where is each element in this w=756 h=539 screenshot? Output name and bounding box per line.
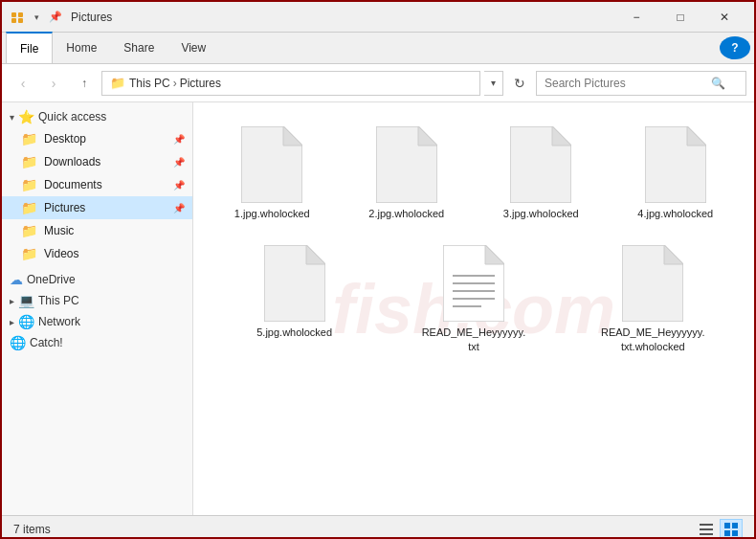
pictures-folder-icon: 📁: [21, 200, 38, 215]
qat-icon-1[interactable]: [10, 10, 25, 25]
svg-marker-22: [664, 245, 683, 264]
svg-rect-27: [732, 523, 738, 528]
catch-header[interactable]: 🌐 Catch!: [2, 332, 192, 353]
quick-access-icon: ⭐: [18, 109, 34, 124]
sidebar-label-pictures: Pictures: [44, 201, 85, 214]
up-button[interactable]: ↑: [71, 70, 98, 97]
file-icon-3: [506, 126, 575, 203]
svg-marker-13: [306, 245, 325, 264]
view-controls: [695, 519, 743, 540]
minimize-button[interactable]: −: [614, 2, 658, 33]
file-item-3[interactable]: 3.jpg.wholocked: [478, 118, 605, 229]
pin-icon-desktop: 📌: [173, 134, 185, 145]
ribbon: File Home Share View ?: [2, 33, 754, 64]
path-dropdown-button[interactable]: ▾: [484, 71, 503, 96]
search-icon: 🔍: [711, 77, 725, 90]
refresh-button[interactable]: ↻: [507, 71, 532, 96]
forward-button[interactable]: ›: [40, 70, 67, 97]
svg-rect-0: [11, 12, 16, 17]
file-item-7[interactable]: READ_ME_Heyyyyyy.txt.wholocked: [567, 236, 739, 362]
address-bar: ‹ › ↑ 📁 This PC › Pictures ▾ ↻ 🔍: [2, 64, 754, 102]
sidebar-item-videos[interactable]: 📁 Videos: [2, 242, 192, 265]
onedrive-label: OneDrive: [27, 273, 76, 286]
sidebar-label-music: Music: [44, 224, 74, 237]
sidebar-item-pictures[interactable]: 📁 Pictures 📌: [2, 196, 192, 219]
file-name-7: READ_ME_Heyyyyyy.txt.wholocked: [600, 326, 705, 353]
sidebar-item-documents[interactable]: 📁 Documents 📌: [2, 173, 192, 196]
path-pictures[interactable]: Pictures: [180, 77, 221, 90]
sidebar-item-downloads[interactable]: 📁 Downloads 📌: [2, 150, 192, 173]
sidebar-label-documents: Documents: [44, 178, 102, 191]
main-layout: ▾ ⭐ Quick access 📁 Desktop 📌 📁 Downloads…: [2, 102, 754, 515]
tab-home[interactable]: Home: [53, 33, 110, 63]
catch-icon: 🌐: [10, 335, 26, 350]
close-button[interactable]: ✕: [702, 2, 746, 33]
file-icon-4: [641, 126, 710, 203]
file-icon-2: [372, 126, 441, 203]
file-name-5: 5.jpg.wholocked: [256, 326, 332, 339]
file-name-1: 1.jpg.wholocked: [234, 207, 310, 220]
pin-icon-downloads: 📌: [173, 157, 185, 168]
list-view-button[interactable]: [695, 519, 718, 540]
catch-label: Catch!: [30, 336, 63, 349]
back-button[interactable]: ‹: [10, 70, 36, 97]
svg-rect-26: [724, 523, 730, 528]
path-thispc[interactable]: This PC: [129, 77, 170, 90]
svg-marker-5: [283, 126, 302, 146]
svg-marker-7: [418, 126, 437, 146]
sidebar-label-desktop: Desktop: [44, 132, 86, 146]
svg-marker-9: [552, 126, 571, 146]
tab-share[interactable]: Share: [110, 33, 167, 63]
tiles-view-button[interactable]: [720, 519, 743, 540]
svg-rect-23: [700, 524, 713, 526]
thispc-chevron-icon: ▸: [10, 296, 14, 306]
file-item-1[interactable]: 1.jpg.wholocked: [209, 118, 336, 229]
file-icon-5: [260, 245, 329, 322]
file-item-2[interactable]: 2.jpg.wholocked: [344, 118, 471, 229]
files-grid-row2: 5.jpg.wholocked READ_ME_Heyyyyyy.txt: [209, 236, 739, 362]
help-button[interactable]: ?: [720, 36, 750, 59]
thispc-label: This PC: [38, 294, 79, 307]
maximize-button[interactable]: □: [658, 2, 702, 33]
desktop-folder-icon: 📁: [21, 131, 38, 146]
qat-icon-down[interactable]: ▾: [29, 10, 44, 25]
file-name-4: 4.jpg.wholocked: [637, 207, 713, 220]
pin-icon: 📌: [48, 10, 63, 25]
ribbon-tabs: File Home Share View ?: [2, 33, 754, 63]
file-icon-7: [618, 245, 687, 322]
downloads-folder-icon: 📁: [21, 154, 38, 169]
network-chevron-icon: ▸: [10, 317, 14, 327]
content-area: fish.com 1.jpg.wholocked: [193, 102, 754, 515]
svg-rect-1: [18, 12, 23, 17]
file-item-4[interactable]: 4.jpg.wholocked: [612, 118, 740, 229]
svg-rect-3: [18, 18, 23, 23]
file-item-6[interactable]: READ_ME_Heyyyyyy.txt: [388, 236, 559, 362]
network-header[interactable]: ▸ 🌐 Network: [2, 311, 192, 332]
svg-marker-11: [687, 126, 706, 146]
svg-rect-28: [724, 530, 730, 536]
svg-marker-15: [485, 245, 504, 264]
file-item-5[interactable]: 5.jpg.wholocked: [209, 236, 380, 362]
files-grid-row1: 1.jpg.wholocked 2.jpg.wholocked: [209, 118, 739, 229]
file-name-6: READ_ME_Heyyyyyy.txt: [421, 326, 526, 353]
window-title: Pictures: [71, 11, 614, 24]
quick-access-header[interactable]: ▾ ⭐ Quick access: [2, 106, 192, 127]
file-name-3: 3.jpg.wholocked: [503, 207, 579, 220]
search-input[interactable]: [545, 77, 707, 90]
tab-file[interactable]: File: [6, 32, 53, 63]
tab-view[interactable]: View: [167, 33, 219, 63]
svg-rect-29: [732, 530, 738, 536]
title-bar-controls[interactable]: − □ ✕: [614, 2, 746, 33]
documents-folder-icon: 📁: [21, 177, 38, 192]
status-bar: 7 items: [2, 515, 754, 539]
sidebar-item-desktop[interactable]: 📁 Desktop 📌: [2, 127, 192, 150]
onedrive-header[interactable]: ☁ OneDrive: [2, 269, 192, 290]
onedrive-icon: ☁: [10, 272, 23, 287]
svg-rect-25: [700, 533, 713, 535]
music-folder-icon: 📁: [21, 223, 38, 238]
videos-folder-icon: 📁: [21, 246, 38, 261]
address-path[interactable]: 📁 This PC › Pictures: [101, 71, 480, 96]
svg-rect-2: [11, 18, 16, 23]
sidebar-item-music[interactable]: 📁 Music: [2, 219, 192, 242]
thispc-header[interactable]: ▸ 💻 This PC: [2, 290, 192, 311]
